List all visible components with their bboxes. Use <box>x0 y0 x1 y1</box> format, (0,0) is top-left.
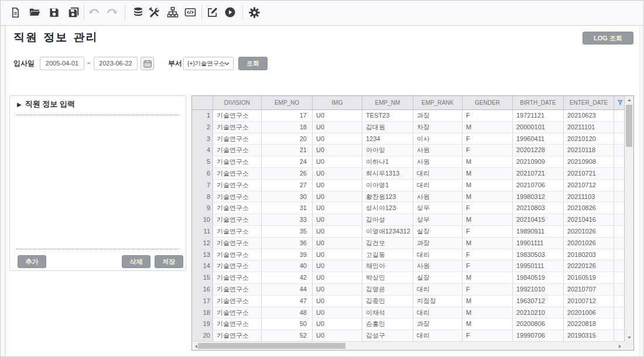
cell-emp_nm[interactable]: 고길동 <box>362 249 413 261</box>
cell-birth_date[interactable]: 19721121 <box>513 110 564 122</box>
cell-enter_date[interactable]: 20100712 <box>564 296 614 307</box>
cell-gender[interactable]: M <box>463 168 513 180</box>
table-row[interactable]: 18기술연구소48U0이재석대리M2021021020201006 <box>192 307 633 319</box>
cell-division[interactable]: 기술연구소 <box>213 145 262 156</box>
table-row[interactable]: 5기술연구소24U0이하나1사원M2021090920210908 <box>192 156 633 168</box>
cell-gender[interactable]: F <box>463 110 513 122</box>
cell-emp_nm[interactable]: TEST23 <box>362 110 413 122</box>
cell-emp_rank[interactable]: 사원 <box>413 156 463 168</box>
cell-division[interactable]: 기술연구소 <box>213 180 262 191</box>
cell-emp_nm[interactable]: 이아영1 <box>362 180 413 191</box>
cell-enter_date[interactable]: 20210721 <box>564 168 614 180</box>
table-row[interactable]: 1기술연구소17U0TEST23과장F1972112120210623 <box>192 110 633 122</box>
cell-img[interactable]: U0 <box>313 318 362 330</box>
cell-emp_rank[interactable]: 상무 <box>413 214 463 226</box>
cell-gender[interactable]: M <box>463 296 513 307</box>
cell-division[interactable]: 기술연구소 <box>213 284 262 296</box>
cell-birth_date[interactable]: 19950111 <box>513 260 564 272</box>
cell-img[interactable]: U0 <box>313 214 362 226</box>
cell-emp_nm[interactable]: 김영은 <box>362 284 413 296</box>
cell-emp_no[interactable]: 27 <box>262 180 313 191</box>
cell-img[interactable]: U0 <box>313 156 362 168</box>
cell-emp_no[interactable]: 42 <box>262 272 313 284</box>
cell-emp_nm[interactable]: 손홍민 <box>362 318 413 330</box>
grid-header-gender[interactable]: GENDER <box>463 96 513 110</box>
cell-img[interactable]: U0 <box>313 191 362 203</box>
cell-gender[interactable]: F <box>463 145 513 156</box>
cell-birth_date[interactable]: 19630712 <box>513 296 564 307</box>
cell-emp_nm[interactable]: 이하나1 <box>362 156 413 168</box>
date-from-input[interactable]: 2005-04-01 <box>40 57 84 70</box>
cell-gender[interactable]: M <box>463 307 513 319</box>
cell-img[interactable]: U0 <box>313 133 362 145</box>
cell-gender[interactable]: F <box>463 226 513 238</box>
cell-emp_rank[interactable]: 대리 <box>413 180 463 191</box>
cell-division[interactable]: 기술연구소 <box>213 202 262 214</box>
table-row[interactable]: 3기술연구소20U01234이사F1996041120210120 <box>192 133 633 145</box>
cell-gender[interactable]: F <box>463 284 513 296</box>
cell-enter_date[interactable]: 20201026 <box>564 226 614 238</box>
cell-emp_no[interactable]: 33 <box>262 214 313 226</box>
table-row[interactable]: 6기술연구소26U0최시우1313대리M2021072120210721 <box>192 168 633 180</box>
cell-emp_nm[interactable]: 김건모 <box>362 238 413 249</box>
cell-img[interactable]: U0 <box>313 202 362 214</box>
grid-header-emp_nm[interactable]: EMP_NM <box>362 96 413 110</box>
cell-img[interactable]: U0 <box>313 272 362 284</box>
cell-enter_date[interactable]: 20220818 <box>564 318 614 330</box>
cell-enter_date[interactable]: 20210120 <box>564 133 614 145</box>
cell-birth_date[interactable]: 20000101 <box>513 122 564 133</box>
cell-emp_rank[interactable]: 대리 <box>413 284 463 296</box>
cell-gender[interactable]: F <box>463 260 513 272</box>
cell-birth_date[interactable]: 19890911 <box>513 226 564 238</box>
cell-emp_rank[interactable]: 대리 <box>413 168 463 180</box>
cell-emp_rank[interactable]: 과장 <box>413 318 463 330</box>
grid-header-birth_date[interactable]: BIRTH_DATE <box>513 96 564 110</box>
table-row[interactable]: 17기술연구소47U0김종민지점장M1963071220100712 <box>192 296 633 307</box>
cell-birth_date[interactable]: 19990706 <box>513 330 564 342</box>
cell-emp_nm[interactable]: 황찬원123 <box>362 191 413 203</box>
redo-icon[interactable] <box>104 4 119 21</box>
cell-img[interactable]: U0 <box>313 145 362 156</box>
table-row[interactable]: 20기술연구소52U0김성구대리F1999070620190315 <box>192 330 633 342</box>
dept-select[interactable]: (+)기술연구소 <box>183 57 234 70</box>
cell-emp_no[interactable]: 31 <box>262 202 313 214</box>
cell-enter_date[interactable]: 20210118 <box>564 145 614 156</box>
cell-img[interactable]: U0 <box>313 260 362 272</box>
cell-enter_date[interactable]: 20210908 <box>564 156 614 168</box>
cell-enter_date[interactable]: 20210707 <box>564 284 614 296</box>
cell-emp_no[interactable]: 20 <box>262 133 313 145</box>
cell-gender[interactable]: F <box>463 133 513 145</box>
cell-img[interactable]: U0 <box>313 238 362 249</box>
cell-emp_no[interactable]: 18 <box>262 122 313 133</box>
table-row[interactable]: 11기술연구소35U0이영애1234312실장F1989091120201026 <box>192 226 633 238</box>
table-row[interactable]: 15기술연구소42U0박상민실장M1984051920160519 <box>192 272 633 284</box>
table-row[interactable]: 13기술연구소39U0고길동대리F1983050320180203 <box>192 249 633 261</box>
cell-gender[interactable]: M <box>463 238 513 249</box>
table-row[interactable]: 14기술연구소40U0채민아사원F1995011120220126 <box>192 260 633 272</box>
cell-img[interactable]: U0 <box>313 249 362 261</box>
cell-emp_nm[interactable]: 김아성 <box>362 214 413 226</box>
cell-gender[interactable]: F <box>463 330 513 342</box>
cell-enter_date[interactable]: 20210712 <box>564 180 614 191</box>
settings-icon[interactable] <box>246 4 262 21</box>
cell-emp_rank[interactable]: 이사 <box>413 133 463 145</box>
cell-emp_no[interactable]: 50 <box>262 318 313 330</box>
cell-birth_date[interactable]: 19921010 <box>513 284 564 296</box>
table-row[interactable]: 4기술연구소21U0아아잉사원F2020122820210118 <box>192 145 633 156</box>
vertical-scroll-thumb[interactable] <box>626 105 632 147</box>
cell-enter_date[interactable]: 20210416 <box>564 214 614 226</box>
save-all-icon[interactable] <box>66 4 81 21</box>
cell-gender[interactable]: M <box>463 122 513 133</box>
cell-emp_rank[interactable]: 과장 <box>413 110 463 122</box>
add-button[interactable]: 추가 <box>18 255 46 268</box>
cell-division[interactable]: 기술연구소 <box>213 110 262 122</box>
cell-emp_nm[interactable]: 이영애1234312 <box>362 226 413 238</box>
cell-img[interactable]: U0 <box>313 330 362 342</box>
cell-emp_nm[interactable]: 김성구 <box>362 330 413 342</box>
cell-img[interactable]: U0 <box>313 122 362 133</box>
save-button[interactable]: 저장 <box>155 255 183 268</box>
cell-emp_rank[interactable]: 실장 <box>413 272 463 284</box>
horizontal-scroll-thumb[interactable] <box>198 343 345 349</box>
cell-img[interactable]: U0 <box>313 307 362 319</box>
table-row[interactable]: 19기술연구소50U0손홍민과장M2020080620220818 <box>192 318 633 330</box>
